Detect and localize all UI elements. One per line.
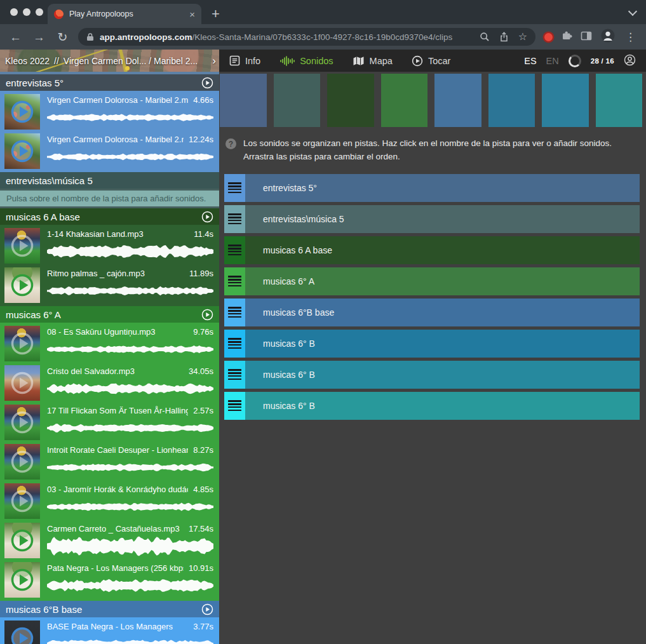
track-section-header[interactable]: musicas 6 A base — [0, 208, 219, 225]
tab-tocar[interactable]: Tocar — [412, 55, 450, 67]
track-section-title[interactable]: musicas 6° A — [6, 309, 201, 320]
breadcrumb[interactable]: Kleos 2022//Virgen Carmen Dol... / Marib… — [5, 56, 198, 66]
clip-item[interactable]: 1-14 Khakasian Land.mp311.4s — [0, 227, 219, 265]
tab-search-chevron-icon[interactable] — [628, 7, 637, 16]
account-icon[interactable] — [624, 54, 636, 68]
tab-close-icon[interactable]: × — [189, 10, 195, 19]
clip-thumbnail[interactable] — [4, 228, 40, 264]
maximize-window-icon[interactable] — [36, 8, 43, 16]
track-row[interactable]: entrevistas 5° — [224, 174, 640, 202]
clip-name[interactable]: BASE Pata Negra - Los Managers — [47, 621, 173, 632]
clip-waveform[interactable] — [47, 574, 213, 598]
side-panel-icon[interactable] — [581, 30, 592, 44]
track-name[interactable]: musicas 6° B — [263, 370, 315, 380]
clip-waveform[interactable] — [47, 534, 213, 558]
clip-item[interactable]: Cristo del Salvador.mp334.05s — [0, 364, 219, 402]
drag-handle[interactable] — [224, 330, 245, 358]
drag-handle[interactable] — [224, 361, 245, 389]
browser-menu-icon[interactable]: ⋮ — [624, 32, 637, 43]
clip-thumbnail[interactable] — [4, 483, 40, 519]
track-row[interactable]: musicas 6 A base — [224, 236, 640, 264]
share-icon[interactable] — [499, 32, 509, 42]
lang-en-button[interactable]: EN — [546, 56, 559, 66]
track-name[interactable]: musicas 6°B base — [263, 307, 334, 318]
clip-name[interactable]: Carmen Carreto _ Castañuelas.mp3 — [47, 523, 180, 534]
clip-name[interactable]: Virgen Carmen Dolorosa - Maribel 2.mp3 — [47, 95, 188, 105]
breadcrumb-project[interactable]: Kleos 2022 — [5, 56, 50, 66]
lang-es-button[interactable]: ES — [524, 56, 536, 66]
clip-waveform[interactable] — [47, 337, 213, 361]
track-section-title[interactable]: entrevistas 5° — [6, 77, 201, 88]
track-row[interactable]: musicas 6°B base — [224, 299, 640, 326]
clip-waveform[interactable] — [47, 495, 213, 519]
clip-play-icon[interactable] — [10, 449, 35, 474]
clip-name[interactable]: 1-14 Khakasian Land.mp3 — [47, 229, 144, 239]
clip-item[interactable]: Ritmo palmas _ cajón.mp311.89s — [0, 266, 219, 304]
drag-handle[interactable] — [224, 267, 245, 295]
clip-waveform[interactable] — [47, 145, 213, 169]
section-play-button[interactable] — [201, 603, 213, 615]
clip-thumbnail[interactable] — [4, 444, 40, 480]
clip-play-icon[interactable] — [10, 410, 35, 435]
clip-waveform[interactable] — [47, 377, 213, 401]
clip-thumbnail[interactable] — [4, 326, 40, 361]
clip-thumbnail[interactable] — [4, 267, 40, 303]
clip-play-icon[interactable] — [10, 99, 35, 124]
reload-button[interactable]: ↻ — [51, 31, 74, 43]
track-row[interactable]: musicas 6° A — [224, 267, 640, 295]
clip-name[interactable]: 08 - Es Sakūru Uguntiņu.mp3 — [47, 326, 156, 337]
section-play-button[interactable] — [201, 309, 213, 321]
track-section-header[interactable]: entrevistas\música 5 — [0, 172, 219, 189]
clip-item[interactable]: 17 Till Flickan Som Är Tusen År-Halling … — [0, 403, 219, 441]
clip-thumbnail[interactable] — [4, 94, 40, 130]
minimize-window-icon[interactable] — [23, 8, 30, 16]
new-tab-button[interactable]: + — [212, 7, 220, 21]
tab-sonidos[interactable]: Sonidos — [279, 56, 333, 66]
track-name[interactable]: musicas 6° B — [263, 339, 315, 349]
clip-item[interactable]: BASE Pata Negra - Los Managers3.77s — [0, 619, 219, 644]
clip-play-icon[interactable] — [10, 233, 35, 258]
clip-play-icon[interactable] — [10, 567, 35, 593]
clip-name[interactable]: Pata Negra - Los Managers (256 kbps).mp3 — [47, 563, 184, 574]
bookmark-star-icon[interactable]: ☆ — [518, 32, 527, 42]
breadcrumb-rest[interactable]: Virgen Carmen Dol... / Maribel 2... — [64, 56, 198, 66]
zoom-page-icon[interactable] — [480, 32, 490, 42]
clip-item[interactable]: Virgen Carmen Dolorosa - Maribel 2.mp34.… — [0, 93, 219, 131]
clip-item[interactable]: Virgen Carmen Dolorosa - Maribel 2.mp312… — [0, 132, 219, 170]
clip-thumbnail[interactable] — [4, 523, 40, 558]
track-name[interactable]: musicas 6 A base — [263, 245, 332, 255]
clip-name[interactable]: Introit Rorate Caeli Desuper - Lionheart… — [47, 445, 188, 455]
sidebar-expand-icon[interactable]: › — [212, 55, 216, 66]
clip-waveform[interactable] — [47, 239, 213, 264]
track-section-header[interactable]: musicas 6° A — [0, 306, 219, 323]
clip-play-icon[interactable] — [10, 626, 35, 644]
clip-name[interactable]: 03 - Jaromír Horák & Konrádyho dudácká .… — [47, 484, 188, 495]
track-row[interactable]: musicas 6° B — [224, 330, 640, 358]
track-section-header[interactable]: musicas 6°B base — [0, 601, 219, 617]
clip-play-icon[interactable] — [10, 488, 35, 514]
clip-item[interactable]: Pata Negra - Los Managers (256 kbps).mp3… — [0, 561, 219, 599]
track-name[interactable]: musicas 6° B — [263, 401, 315, 411]
close-window-icon[interactable] — [10, 8, 18, 16]
track-name[interactable]: entrevistas\música 5 — [263, 214, 344, 224]
clip-item[interactable]: Introit Rorate Caeli Desuper - Lionheart… — [0, 443, 219, 481]
clip-thumbnail[interactable] — [4, 133, 40, 169]
clip-item[interactable]: 08 - Es Sakūru Uguntiņu.mp39.76s — [0, 325, 219, 363]
window-controls[interactable] — [10, 8, 43, 16]
record-extension-icon[interactable] — [544, 33, 553, 41]
clip-waveform[interactable] — [47, 416, 213, 440]
drag-handle[interactable] — [224, 174, 245, 202]
track-section-title[interactable]: entrevistas\música 5 — [6, 175, 213, 186]
clip-thumbnail[interactable] — [4, 365, 40, 401]
address-bar[interactable]: app.antropoloops.com/Kleos-Santa-Marina/… — [78, 28, 535, 46]
track-section-title[interactable]: musicas 6 A base — [6, 211, 201, 222]
lock-icon[interactable] — [86, 32, 94, 41]
section-play-button[interactable] — [201, 77, 213, 89]
tab-mapa[interactable]: Mapa — [353, 56, 393, 66]
profile-avatar[interactable] — [600, 28, 616, 46]
drag-handle[interactable] — [224, 236, 245, 264]
clip-play-icon[interactable] — [10, 528, 35, 553]
clip-name[interactable]: Virgen Carmen Dolorosa - Maribel 2.mp3 — [47, 134, 184, 145]
tab-info[interactable]: Info — [229, 55, 260, 66]
track-row[interactable]: entrevistas\música 5 — [224, 205, 640, 233]
